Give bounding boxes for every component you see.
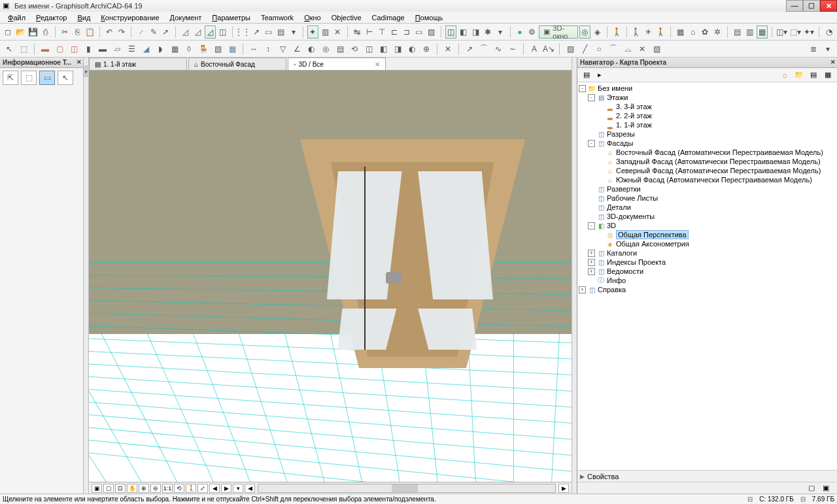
- dim2-button[interactable]: ⊤: [376, 25, 387, 39]
- panel2-button[interactable]: ▥: [744, 25, 755, 39]
- fill-tool[interactable]: ▧: [564, 42, 577, 56]
- elev-tool[interactable]: ▽: [276, 42, 289, 56]
- infotool-1[interactable]: ⇱: [3, 71, 18, 85]
- gear-icon[interactable]: ✲: [712, 25, 723, 39]
- dim-tool[interactable]: ↔: [247, 42, 260, 56]
- slab-tool[interactable]: ▱: [111, 42, 124, 56]
- nav-layout[interactable]: ▤: [807, 69, 820, 81]
- zone-tool[interactable]: ▧: [211, 42, 224, 56]
- copy-button[interactable]: ⎘: [72, 25, 83, 39]
- img2[interactable]: ▣: [823, 484, 834, 493]
- elev-mark-tool[interactable]: ◧: [377, 42, 390, 56]
- tree-item[interactable]: ⌂Восточный Фасад (Автоматически Перестра…: [579, 148, 836, 157]
- infotool-3[interactable]: ▭: [39, 71, 55, 85]
- snap1-button[interactable]: ◿: [180, 25, 191, 39]
- dim3-button[interactable]: ⊏: [388, 25, 400, 39]
- figure-tool[interactable]: ▧: [650, 42, 663, 56]
- info-panel-close[interactable]: ✕: [77, 59, 82, 65]
- radial-tool[interactable]: ◐: [305, 42, 318, 56]
- scroll-left[interactable]: ◀: [245, 484, 255, 493]
- object-tool[interactable]: 🪑: [197, 42, 210, 56]
- close-button[interactable]: ✕: [820, 0, 837, 12]
- tree-expand[interactable]: +: [579, 286, 586, 294]
- left-splitter[interactable]: ▸: [84, 58, 89, 494]
- extra1-button[interactable]: ▦: [675, 25, 686, 39]
- tree-expand[interactable]: +: [588, 259, 595, 266]
- layers-button[interactable]: ▤: [275, 25, 286, 39]
- grid-snap-button[interactable]: ⋮⋮: [236, 25, 249, 39]
- zoom-in[interactable]: ⊕: [139, 484, 149, 493]
- tree-icon[interactable]: ✿: [700, 25, 711, 39]
- nav-proj-map[interactable]: ⌂: [778, 69, 791, 81]
- zoom-dd[interactable]: ▾: [233, 484, 243, 493]
- zoom-next[interactable]: ▶: [221, 484, 231, 493]
- navigator-close[interactable]: ✕: [830, 59, 836, 65]
- tree-item[interactable]: ⌂Северный Фасад (Автоматически Перестраи…: [579, 166, 836, 175]
- print-button[interactable]: ⎙: [40, 25, 51, 39]
- person1-button[interactable]: 🚶: [630, 25, 641, 39]
- dim6-button[interactable]: ▧: [426, 25, 437, 39]
- hotspot-tool[interactable]: ✕: [636, 42, 649, 56]
- paste-button[interactable]: 📋: [84, 25, 95, 39]
- wall-tool[interactable]: ▬: [39, 42, 52, 56]
- tree-expand[interactable]: -: [588, 222, 595, 229]
- nav-publisher[interactable]: ▦: [821, 69, 834, 81]
- snap2-button[interactable]: ◿: [192, 25, 203, 39]
- beam-tool[interactable]: ▬: [96, 42, 109, 56]
- detail-tool[interactable]: ◎: [319, 42, 332, 56]
- menu-редактор[interactable]: Редактор: [31, 12, 72, 23]
- tree-item[interactable]: +◫Индексы Проекта: [579, 258, 836, 267]
- door-tool[interactable]: ▢: [53, 42, 66, 56]
- tree-item[interactable]: ⌂Южный Фасад (Автоматически Перестраивае…: [579, 175, 836, 184]
- section-button[interactable]: ▥: [320, 25, 331, 39]
- text-tool[interactable]: A: [528, 42, 541, 56]
- tree-item[interactable]: +◫Каталоги: [579, 248, 836, 258]
- explore[interactable]: ⤢: [197, 484, 208, 493]
- menu-конструирование[interactable]: Конструирование: [95, 12, 164, 23]
- snap4-button[interactable]: ◫: [217, 25, 228, 39]
- tree-item[interactable]: -📁Без имени: [579, 84, 836, 93]
- menu-вид[interactable]: Вид: [72, 12, 95, 23]
- home-icon[interactable]: ⌂: [687, 25, 698, 39]
- tree-item[interactable]: ⌂Западный Фасад (Автоматически Перестраи…: [579, 157, 836, 166]
- shell-tool[interactable]: ◗: [154, 42, 167, 56]
- tree-item[interactable]: ▂1. 1-й этаж: [579, 120, 836, 129]
- ie-tool[interactable]: ◨: [391, 42, 404, 56]
- tree-item[interactable]: -◫Фасады: [579, 139, 836, 148]
- tree-item[interactable]: ▂2. 2-й этаж: [579, 111, 836, 120]
- nav-map[interactable]: ▤: [580, 69, 593, 81]
- tab-восточный-фасад[interactable]: ⌂Восточный Фасад: [188, 58, 286, 70]
- tree-item[interactable]: ◈Общая Аксонометрия: [579, 239, 836, 248]
- window-tool[interactable]: ◫: [67, 42, 80, 56]
- person2-button[interactable]: 🚶: [655, 25, 666, 39]
- coord-tool[interactable]: ⊕: [420, 42, 433, 56]
- arc-tool2[interactable]: ⌒: [607, 42, 620, 56]
- render-button[interactable]: ●: [514, 25, 525, 39]
- list-tool[interactable]: ≣: [807, 42, 820, 56]
- dim4-button[interactable]: ⊐: [401, 25, 412, 39]
- zoom-fit[interactable]: ▣: [92, 484, 102, 493]
- tree-item[interactable]: ◫Рабочие Листы: [579, 193, 836, 203]
- roof-tool[interactable]: ◢: [139, 42, 152, 56]
- maximize-button[interactable]: ☐: [803, 0, 820, 12]
- label-tool[interactable]: A↘: [542, 42, 555, 56]
- zoom-prev[interactable]: ◀: [209, 484, 220, 493]
- syringe-button[interactable]: ✎: [148, 25, 159, 39]
- ruler-button[interactable]: ▭: [263, 25, 274, 39]
- tab-3d-все[interactable]: ◦3D / Все✕: [288, 58, 386, 70]
- camera-button[interactable]: ◎: [579, 25, 590, 39]
- line-tool3[interactable]: ╱: [578, 42, 591, 56]
- snap3-button[interactable]: ◿: [205, 25, 216, 39]
- navigator-tree[interactable]: -📁Без имени-▤Этажи▂3. 3-й этаж▂2. 2-й эт…: [577, 82, 837, 470]
- tree-item[interactable]: +◫Ведомости: [579, 267, 836, 276]
- zoom-win[interactable]: ⊡: [115, 484, 126, 493]
- trace-button[interactable]: ◧: [458, 25, 469, 39]
- save-button[interactable]: 💾: [27, 25, 39, 39]
- right-splitter[interactable]: [572, 58, 577, 494]
- measure-button[interactable]: ↹: [352, 25, 363, 39]
- nav-dd[interactable]: ▸: [593, 69, 606, 81]
- infotool-2[interactable]: ⬚: [21, 71, 37, 85]
- level-tool[interactable]: ↕: [262, 42, 275, 56]
- nav-view-map[interactable]: 📁: [793, 69, 806, 81]
- cut-button[interactable]: ✂: [60, 25, 71, 39]
